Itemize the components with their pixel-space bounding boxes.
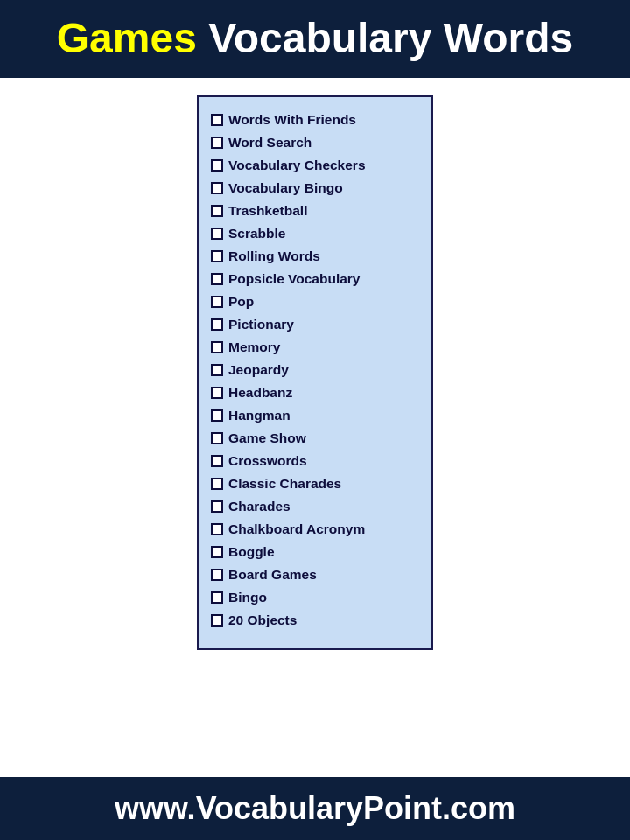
list-item-label: Charades [228,496,290,517]
list-item[interactable]: Pictionary [211,314,416,335]
checkbox-icon[interactable] [211,523,223,536]
list-item-label: Words With Friends [228,109,356,130]
list-item-label: Pop [228,291,254,312]
list-item-label: Word Search [228,132,312,153]
checkbox-icon[interactable] [211,318,223,331]
list-item[interactable]: Trashketball [211,200,416,221]
list-item[interactable]: 20 Objects [211,610,416,631]
checkbox-icon[interactable] [211,614,223,626]
checkbox-icon[interactable] [211,114,223,126]
checkbox-icon[interactable] [211,410,223,422]
checkbox-icon[interactable] [211,250,223,262]
list-item-label: Vocabulary Checkers [228,155,366,176]
checkbox-icon[interactable] [211,136,223,149]
page-footer: www.VocabularyPoint.com [0,777,630,840]
checkbox-icon[interactable] [211,364,223,376]
list-item[interactable]: Rolling Words [211,246,416,267]
list-item[interactable]: Chalkboard Acronym [211,519,416,540]
list-item[interactable]: Word Search [211,132,416,153]
checkbox-icon[interactable] [211,455,223,467]
list-item[interactable]: Vocabulary Checkers [211,155,416,176]
checkbox-icon[interactable] [211,273,223,285]
list-item-label: Trashketball [228,200,307,221]
list-item-label: Memory [228,337,280,358]
list-item[interactable]: Headbanz [211,382,416,403]
list-item[interactable]: Crosswords [211,451,416,472]
checkbox-icon[interactable] [211,500,223,513]
checkbox-icon[interactable] [211,432,223,444]
list-item-label: Popsicle Vocabulary [228,269,360,290]
list-item[interactable]: Game Show [211,428,416,449]
list-item-label: Scrabble [228,223,285,244]
list-item[interactable]: Jeopardy [211,360,416,381]
list-item[interactable]: Hangman [211,405,416,426]
list-item[interactable]: Popsicle Vocabulary [211,269,416,290]
checkbox-icon[interactable] [211,546,223,558]
list-item-label: Headbanz [228,382,292,403]
page-title: Games Vocabulary Words [18,16,612,62]
list-item[interactable]: Memory [211,337,416,358]
list-item[interactable]: Bingo [211,587,416,608]
list-item-label: Pictionary [228,314,294,335]
checkbox-icon[interactable] [211,341,223,354]
checkbox-icon[interactable] [211,569,223,581]
list-item[interactable]: Scrabble [211,223,416,244]
checkbox-icon[interactable] [211,478,223,490]
list-item-label: Classic Charades [228,473,341,494]
list-item-label: Bingo [228,587,267,608]
list-item[interactable]: Board Games [211,564,416,585]
list-item-label: Crosswords [228,451,307,472]
list-item-label: 20 Objects [228,610,297,631]
list-item-label: Game Show [228,428,306,449]
list-item[interactable]: Words With Friends [211,109,416,130]
list-item-label: Vocabulary Bingo [228,178,343,199]
list-item-label: Chalkboard Acronym [228,519,365,540]
title-rest: Vocabulary Words [197,15,573,61]
list-item-label: Boggle [228,542,275,563]
list-item[interactable]: Pop [211,291,416,312]
list-item[interactable]: Boggle [211,542,416,563]
checkbox-icon[interactable] [211,159,223,172]
title-games: Games [57,15,197,61]
checkbox-icon[interactable] [211,592,223,604]
list-item-label: Board Games [228,564,317,585]
checkbox-icon[interactable] [211,182,223,194]
page-header: Games Vocabulary Words [0,0,630,78]
checklist-container: Words With FriendsWord SearchVocabulary … [197,95,433,650]
list-item[interactable]: Classic Charades [211,473,416,494]
main-content: Words With FriendsWord SearchVocabulary … [0,78,630,778]
checkbox-icon[interactable] [211,205,223,217]
checkbox-icon[interactable] [211,296,223,308]
checkbox-icon[interactable] [211,228,223,240]
checkbox-icon[interactable] [211,387,223,399]
list-item-label: Jeopardy [228,360,289,381]
list-item-label: Hangman [228,405,290,426]
list-item-label: Rolling Words [228,246,320,267]
footer-url: www.VocabularyPoint.com [18,791,612,826]
list-item[interactable]: Vocabulary Bingo [211,178,416,199]
list-item[interactable]: Charades [211,496,416,517]
